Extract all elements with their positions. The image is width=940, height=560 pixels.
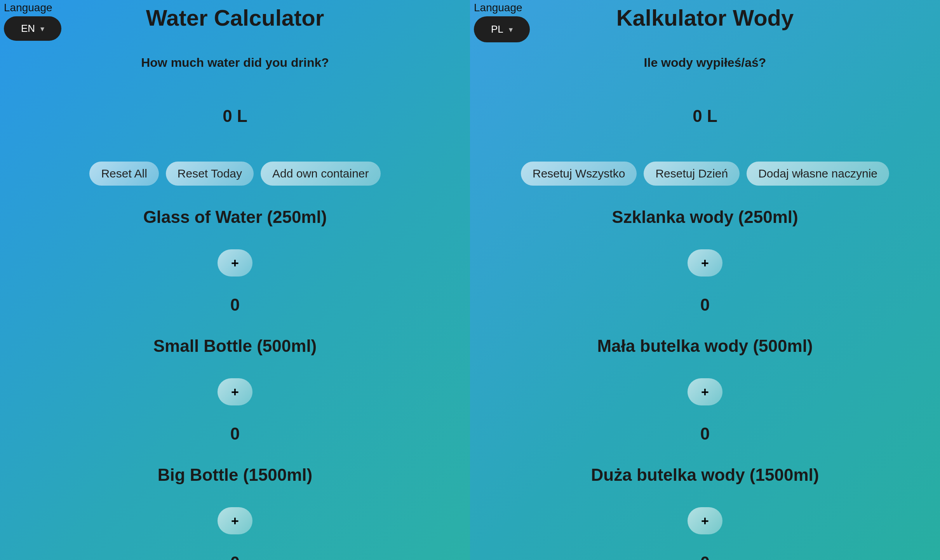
total-liters: 0 L [693, 106, 717, 126]
container-title: Small Bottle (500ml) [153, 336, 317, 356]
add-small-bottle-button[interactable]: + [688, 378, 722, 405]
container-title: Duża butelka wody (1500ml) [591, 465, 819, 485]
reset-today-button[interactable]: Reset Today [166, 162, 254, 186]
page-title: Kalkulator Wody [616, 5, 794, 31]
container-big-bottle: Big Bottle (1500ml) + 0 [158, 465, 313, 560]
container-count: 0 [700, 295, 710, 315]
container-glass: Szklanka wody (250ml) + 0 [612, 207, 798, 315]
container-glass: Glass of Water (250ml) + 0 [143, 207, 327, 315]
subtitle: How much water did you drink? [141, 56, 329, 70]
total-liters: 0 L [223, 106, 247, 126]
container-big-bottle: Duża butelka wody (1500ml) + 0 [591, 465, 819, 560]
add-glass-button[interactable]: + [218, 249, 252, 277]
language-code: EN [21, 23, 35, 35]
language-dropdown[interactable]: PL ▾ [474, 16, 530, 42]
action-row: Resetuj Wszystko Resetuj Dzień Dodaj wła… [521, 162, 889, 186]
add-small-bottle-button[interactable]: + [218, 378, 252, 405]
reset-all-button[interactable]: Resetuj Wszystko [521, 162, 637, 186]
container-count: 0 [230, 295, 240, 315]
container-small-bottle: Small Bottle (500ml) + 0 [153, 336, 317, 443]
add-container-button[interactable]: Dodaj własne naczynie [747, 162, 889, 186]
reset-today-button[interactable]: Resetuj Dzień [644, 162, 740, 186]
language-code: PL [491, 23, 503, 35]
container-count: 0 [230, 553, 240, 560]
container-small-bottle: Mała butelka wody (500ml) + 0 [597, 336, 813, 443]
subtitle: Ile wody wypiłeś/aś? [644, 56, 766, 70]
container-title: Szklanka wody (250ml) [612, 207, 798, 227]
page-title: Water Calculator [146, 5, 324, 31]
language-dropdown[interactable]: EN ▾ [4, 16, 61, 41]
container-title: Mała butelka wody (500ml) [597, 336, 813, 356]
add-big-bottle-button[interactable]: + [688, 507, 722, 534]
reset-all-button[interactable]: Reset All [89, 162, 158, 186]
language-selector: Language PL ▾ [474, 2, 530, 42]
language-label: Language [474, 2, 522, 14]
chevron-down-icon: ▾ [40, 25, 44, 33]
container-title: Big Bottle (1500ml) [158, 465, 313, 485]
add-big-bottle-button[interactable]: + [218, 507, 252, 534]
container-count: 0 [700, 553, 710, 560]
content-area: Water Calculator How much water did you … [16, 0, 454, 560]
add-container-button[interactable]: Add own container [261, 162, 381, 186]
container-title: Glass of Water (250ml) [143, 207, 327, 227]
container-count: 0 [700, 424, 710, 443]
content-area: Kalkulator Wody Ile wody wypiłeś/aś? 0 L… [486, 0, 924, 560]
add-glass-button[interactable]: + [688, 249, 722, 277]
pane-en: Language EN ▾ Water Calculator How much … [0, 0, 470, 560]
action-row: Reset All Reset Today Add own container [89, 162, 380, 186]
pane-pl: Language PL ▾ Kalkulator Wody Ile wody w… [470, 0, 940, 560]
container-count: 0 [230, 424, 240, 443]
chevron-down-icon: ▾ [509, 26, 513, 33]
language-label: Language [4, 2, 52, 14]
language-selector: Language EN ▾ [4, 2, 61, 41]
